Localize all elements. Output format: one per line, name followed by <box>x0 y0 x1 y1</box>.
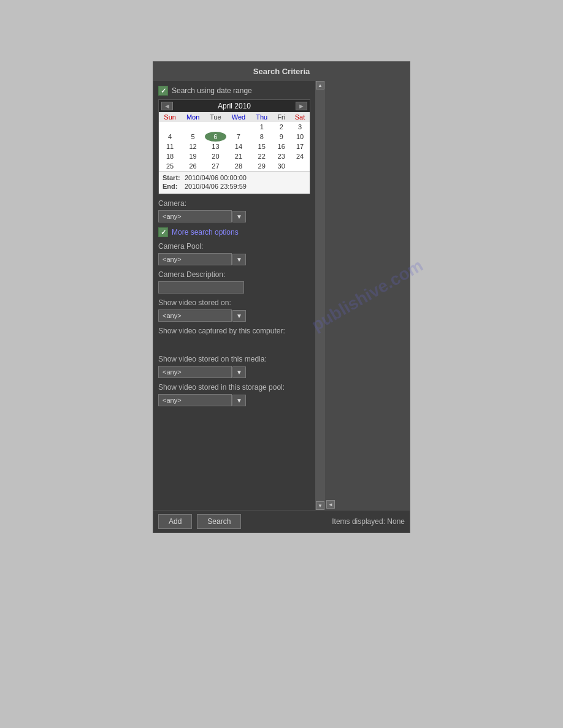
camera-dropdown-arrow[interactable]: ▼ <box>232 211 246 222</box>
calendar-day-26[interactable]: 26 <box>181 161 205 171</box>
calendar-prev-button[interactable]: ◄ <box>161 102 173 110</box>
scroll-down-arrow[interactable]: ▼ <box>316 501 324 510</box>
calendar-day-20[interactable]: 20 <box>205 151 226 161</box>
show-video-storage-pool-label: Show video stored in this storage pool: <box>158 383 310 392</box>
cal-header-tue: Tue <box>205 112 226 122</box>
calendar-day-22[interactable]: 22 <box>251 151 272 161</box>
cal-header-wed: Wed <box>226 112 251 122</box>
vertical-scrollbar[interactable]: ▲ ▼ <box>315 81 325 510</box>
calendar-day-1[interactable]: 1 <box>251 122 272 132</box>
watermark: publishive.com <box>308 256 427 335</box>
search-button[interactable]: Search <box>197 514 241 529</box>
right-panel: publishive.com ◄ <box>325 81 410 510</box>
calendar-day-13[interactable]: 13 <box>205 142 226 151</box>
camera-pool-field[interactable]: <any> <box>158 253 232 265</box>
camera-field[interactable]: <any> <box>158 210 232 222</box>
calendar-day-17[interactable]: 17 <box>290 142 310 151</box>
bottom-bar: Add Search Items displayed: None <box>153 510 410 533</box>
camera-label: Camera: <box>158 199 310 208</box>
calendar-day-23[interactable]: 23 <box>272 151 290 161</box>
calendar-day-16[interactable]: 16 <box>272 142 290 151</box>
calendar-day-15[interactable]: 15 <box>251 142 272 151</box>
date-range: Start: 2010/04/06 00:00:00 End: 2010/04/… <box>159 171 310 194</box>
calendar-day-7[interactable]: 7 <box>226 132 251 142</box>
calendar-day-5[interactable]: 5 <box>181 132 205 142</box>
cal-header-thu: Thu <box>251 112 272 122</box>
calendar-day-11[interactable]: 11 <box>159 142 181 151</box>
right-panel-scroll-left[interactable]: ◄ <box>325 499 336 510</box>
calendar-month-year: April 2010 <box>218 102 251 110</box>
calendar-next-button[interactable]: ► <box>296 102 307 110</box>
search-date-range-label: Search using date range <box>172 86 252 95</box>
show-video-storage-pool-field[interactable]: <any> <box>158 394 232 406</box>
show-video-stored-media-row: <any> ▼ <box>158 366 310 378</box>
cal-header-sat: Sat <box>290 112 310 122</box>
show-video-storage-pool-arrow[interactable]: ▼ <box>232 395 246 406</box>
more-search-options-label: More search options <box>172 228 239 237</box>
calendar-day-3[interactable]: 3 <box>290 122 310 132</box>
end-label: End: <box>163 183 185 190</box>
calendar-day-14[interactable]: 14 <box>226 142 251 151</box>
calendar-day-30[interactable]: 30 <box>272 161 290 171</box>
search-date-range-checkbox[interactable] <box>158 86 168 96</box>
camera-pool-label: Camera Pool: <box>158 242 310 251</box>
cal-header-fri: Fri <box>272 112 290 122</box>
show-video-stored-media-label: Show video stored on this media: <box>158 355 310 363</box>
camera-description-label: Camera Description: <box>158 270 310 279</box>
title-bar: Search Criteria <box>153 62 410 81</box>
show-video-stored-on-row: <any> ▼ <box>158 309 310 322</box>
cal-header-mon: Mon <box>181 112 205 122</box>
show-video-captured-label: Show video captured by this computer: <box>158 327 310 335</box>
show-video-stored-media-field[interactable]: <any> <box>158 366 232 378</box>
calendar-day-18[interactable]: 18 <box>159 151 181 161</box>
calendar-day-9[interactable]: 9 <box>272 132 290 142</box>
cal-header-sun: Sun <box>159 112 181 122</box>
calendar-day-4[interactable]: 4 <box>159 132 181 142</box>
scroll-up-arrow[interactable]: ▲ <box>316 81 324 89</box>
search-date-range-row[interactable]: Search using date range <box>158 86 310 96</box>
calendar-day-28[interactable]: 28 <box>226 161 251 171</box>
camera-pool-dropdown-row: <any> ▼ <box>158 253 310 265</box>
scroll-left-arrow[interactable]: ◄ <box>326 500 335 509</box>
more-search-options-checkbox[interactable] <box>158 227 168 237</box>
camera-description-input[interactable] <box>158 281 244 294</box>
end-date: 2010/04/06 23:59:59 <box>185 183 247 190</box>
calendar-day-24[interactable]: 24 <box>290 151 310 161</box>
calendar-day-21[interactable]: 21 <box>226 151 251 161</box>
start-date: 2010/04/06 00:00:00 <box>185 174 247 181</box>
calendar-day-19[interactable]: 19 <box>181 151 205 161</box>
add-button[interactable]: Add <box>158 514 192 529</box>
show-video-storage-pool-row: <any> ▼ <box>158 394 310 406</box>
calendar-day-10[interactable]: 10 <box>290 132 310 142</box>
calendar-day-27[interactable]: 27 <box>205 161 226 171</box>
calendar-day-25[interactable]: 25 <box>159 161 181 171</box>
calendar-day-2[interactable]: 2 <box>272 122 290 132</box>
show-video-stored-media-arrow[interactable]: ▼ <box>232 366 246 378</box>
show-video-stored-on-arrow[interactable]: ▼ <box>232 310 246 322</box>
calendar-day-12[interactable]: 12 <box>181 142 205 151</box>
start-label: Start: <box>163 174 185 181</box>
show-video-stored-on-label: Show video stored on: <box>158 298 310 307</box>
calendar: ◄ April 2010 ► Sun Mon Tue Wed <box>158 99 310 194</box>
camera-dropdown-row: <any> ▼ <box>158 210 310 222</box>
more-search-options-row[interactable]: More search options <box>158 227 310 237</box>
calendar-grid: Sun Mon Tue Wed Thu Fri Sat 123 <box>159 112 310 171</box>
items-displayed: Items displayed: None <box>332 517 405 526</box>
show-video-stored-on-field[interactable]: <any> <box>158 309 232 322</box>
calendar-day-8[interactable]: 8 <box>251 132 272 142</box>
camera-pool-dropdown-arrow[interactable]: ▼ <box>232 254 246 265</box>
calendar-day-6[interactable]: 6 <box>205 132 226 142</box>
calendar-day-29[interactable]: 29 <box>251 161 272 171</box>
